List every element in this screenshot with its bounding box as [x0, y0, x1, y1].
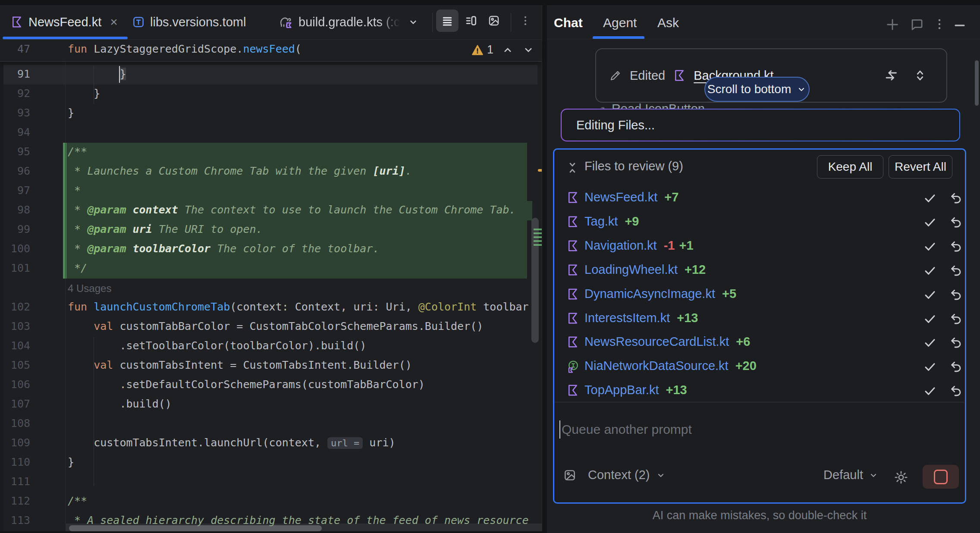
scroll-to-bottom-button[interactable]: Scroll to bottom: [704, 77, 810, 102]
code-line-103[interactable]: 103 val customTabBarColor = CustomTabCol…: [0, 317, 537, 337]
code-segment: fun: [68, 301, 94, 313]
show-diff-icon[interactable]: [883, 68, 898, 83]
keep-file-button[interactable]: [923, 312, 937, 326]
revert-file-button[interactable]: [949, 312, 963, 326]
code-segment: LazyStaggeredGridScope.: [94, 43, 243, 55]
code-line-95[interactable]: 95/**: [0, 143, 537, 162]
file-review-row[interactable]: NewsFeed.kt+7: [556, 186, 965, 209]
code-line-91[interactable]: 91 }: [0, 65, 537, 85]
prompt-input[interactable]: Queue another prompt: [562, 422, 692, 437]
file-link[interactable]: Navigation.kt-1+1: [584, 238, 694, 253]
file-link[interactable]: TopAppBar.kt+13: [584, 383, 687, 397]
code-line-109[interactable]: 109 customTabsIntent.launchUrl(context, …: [0, 434, 537, 453]
code-editor[interactable]: 91 }92 }93}9495/**96 * Launches a Custom…: [0, 40, 543, 533]
hide-panel-button[interactable]: [952, 18, 967, 33]
file-link[interactable]: NiaNetworkDataSource.kt+20: [584, 359, 757, 373]
file-review-row[interactable]: NewsResourceCardList.kt+6: [556, 330, 965, 354]
new-chat-button[interactable]: [885, 17, 900, 32]
revert-file-button[interactable]: [949, 216, 963, 229]
code-line-93[interactable]: 93}: [0, 104, 537, 123]
stop-button[interactable]: [923, 465, 959, 489]
preview-button[interactable]: [483, 9, 505, 32]
usages-inlay-hint[interactable]: 4 Usages: [68, 279, 413, 298]
revert-file-button[interactable]: [949, 288, 963, 302]
file-review-row[interactable]: InterestsItem.kt+13: [556, 307, 965, 330]
file-link[interactable]: Tag.kt+9: [584, 214, 639, 229]
revert-file-button[interactable]: [949, 336, 963, 350]
code-line-102[interactable]: 102fun launchCustomChromeTab(context: Co…: [0, 298, 537, 317]
file-review-row[interactable]: NiaNetworkDataSource.kt+20: [556, 354, 965, 378]
prev-warning-icon[interactable]: [501, 44, 514, 56]
file-link[interactable]: DynamicAsyncImage.kt+5: [584, 287, 736, 301]
text-caret: [119, 66, 120, 83]
code-line-110[interactable]: 110}: [0, 453, 537, 473]
code-line-112[interactable]: 112/**: [0, 492, 537, 511]
sticky-code-line[interactable]: 47 fun LazyStaggeredGridScope.newsFeed( …: [0, 40, 542, 62]
chevron-down-icon[interactable]: [408, 16, 419, 28]
model-selector[interactable]: Default: [823, 468, 879, 482]
code-line-98[interactable]: 98 * @param context The context to use t…: [0, 201, 537, 220]
code-line-99[interactable]: 99 * @param uri The URI to open.: [0, 220, 537, 240]
file-review-row[interactable]: DynamicAsyncImage.kt+5: [556, 282, 965, 306]
file-link[interactable]: NewsResourceCardList.kt+6: [584, 335, 750, 349]
chat-history-button[interactable]: [909, 17, 924, 32]
revert-file-button[interactable]: [949, 360, 963, 374]
settings-button[interactable]: [892, 468, 910, 487]
line-number: 92: [0, 87, 30, 100]
keep-file-button[interactable]: [923, 191, 937, 205]
tab-ask[interactable]: Ask: [657, 16, 679, 30]
keep-file-button[interactable]: [923, 240, 937, 254]
next-warning-icon[interactable]: [522, 44, 535, 56]
chat-more-button[interactable]: [933, 17, 946, 31]
tab-build-gradle[interactable]: build.gradle.kts (:c: [279, 5, 419, 39]
code-line-105[interactable]: 105 val customTabsIntent = CustomTabsInt…: [0, 356, 537, 376]
tab-newsfeed[interactable]: NewsFeed.kt ×: [10, 5, 118, 39]
keep-file-button[interactable]: [923, 360, 937, 374]
code-line-97[interactable]: 97 *: [0, 182, 537, 201]
code-line-100[interactable]: 100 * @param toolbarColor The color of t…: [0, 240, 537, 259]
file-review-row[interactable]: Navigation.kt-1+1: [556, 234, 965, 257]
tab-chat[interactable]: Chat: [554, 16, 583, 30]
close-icon[interactable]: ×: [110, 15, 118, 29]
keep-file-button[interactable]: [923, 264, 937, 278]
tab-agent[interactable]: Agent: [603, 16, 637, 30]
file-link[interactable]: LoadingWheel.kt+12: [584, 263, 706, 277]
code-line-107[interactable]: 107 .build(): [0, 395, 537, 414]
file-link[interactable]: NewsFeed.kt+7: [584, 190, 678, 204]
revert-file-button[interactable]: [949, 264, 963, 278]
keep-file-button[interactable]: [923, 216, 937, 229]
split-view-button[interactable]: [460, 9, 482, 32]
editor-tab-bar: NewsFeed.kt × libs.versions.toml build.g…: [0, 5, 542, 40]
file-review-row[interactable]: LoadingWheel.kt+12: [556, 258, 965, 282]
code-line-111[interactable]: 111: [0, 473, 537, 492]
code-line-101[interactable]: 101 */: [0, 259, 537, 279]
file-review-row[interactable]: TopAppBar.kt+13: [556, 379, 965, 402]
expand-collapse-icon[interactable]: [913, 68, 927, 83]
file-review-row[interactable]: Tag.kt+9: [556, 210, 965, 233]
chat-scrollbar[interactable]: [975, 60, 979, 106]
files-to-review-panel: Files to review (9) Keep All Revert All …: [553, 148, 966, 504]
code-line-104[interactable]: 104 .setToolbarColor(toolbarColor).build…: [0, 337, 537, 356]
code-line-94[interactable]: 94: [0, 123, 537, 143]
code-text: * A sealed hierarchy describing the stat…: [68, 514, 529, 527]
editor-view-button[interactable]: [436, 9, 459, 32]
code-line-92[interactable]: 92 }: [0, 85, 537, 104]
code-line-96[interactable]: 96 * Launches a Custom Chrome Tab with t…: [0, 162, 537, 182]
revert-file-button[interactable]: [949, 191, 963, 205]
editor-vertical-scrollbar[interactable]: [531, 218, 539, 343]
code-segment: (: [295, 43, 302, 55]
keep-file-button[interactable]: [923, 384, 937, 398]
revert-file-button[interactable]: [949, 240, 963, 254]
keep-file-button[interactable]: [923, 288, 937, 302]
code-segment: context: [133, 204, 178, 216]
keep-file-button[interactable]: [923, 336, 937, 350]
context-selector[interactable]: Context (2): [563, 468, 666, 482]
revert-file-button[interactable]: [949, 384, 963, 398]
code-line-108[interactable]: 108: [0, 414, 537, 434]
tab-libs-versions[interactable]: libs.versions.toml: [132, 5, 246, 39]
code-line-106[interactable]: 106 .setDefaultColorSchemeParams(customT…: [0, 376, 537, 395]
editor-more-button[interactable]: [514, 9, 537, 32]
sticky-line-number: 47: [0, 43, 30, 55]
file-link[interactable]: InterestsItem.kt+13: [584, 311, 698, 325]
kotlin-icon: [566, 215, 579, 228]
